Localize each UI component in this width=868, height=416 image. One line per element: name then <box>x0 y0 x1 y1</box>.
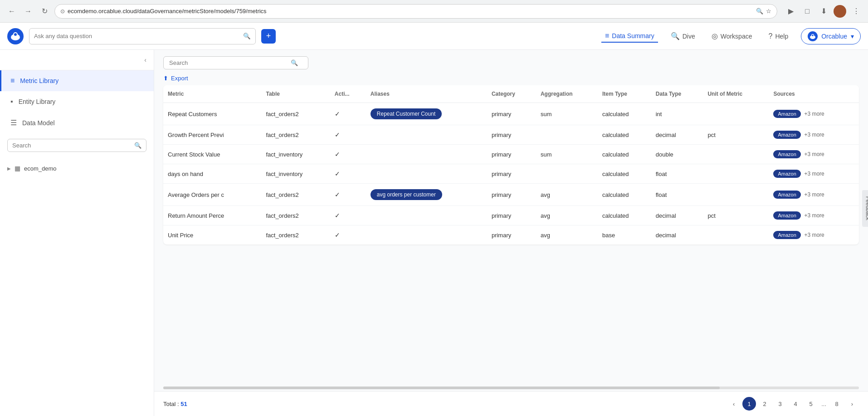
pagination-prev[interactable]: ‹ <box>727 397 741 411</box>
cell-active: ✓ <box>330 103 366 125</box>
nav-workspace[interactable]: ◎ Workspace <box>708 30 756 42</box>
source-badge[interactable]: Amazon <box>773 131 800 139</box>
pagination-page-2[interactable]: 2 <box>758 397 771 411</box>
feedback-tab[interactable]: Feedback <box>862 190 868 226</box>
cell-alias[interactable]: Repeat Customer Count <box>366 103 487 125</box>
total-label: Total : 51 <box>163 401 187 407</box>
active-check: ✓ <box>335 170 340 177</box>
sidebar-item-entity-library[interactable]: ▪ Entity Library <box>0 91 154 112</box>
cell-alias[interactable] <box>366 206 487 225</box>
pagination-page-4[interactable]: 4 <box>789 397 802 411</box>
alias-badge[interactable]: avg orders per customer <box>371 189 442 200</box>
source-badge[interactable]: Amazon <box>773 211 800 220</box>
alias-badge[interactable]: Repeat Customer Count <box>371 108 442 119</box>
more-sources[interactable]: +3 more <box>804 212 824 219</box>
export-button[interactable]: ⬆ Export <box>163 75 188 82</box>
workspace-icon: ◎ <box>712 32 718 40</box>
cell-item-type: base <box>598 225 651 245</box>
cell-metric: Repeat Customers <box>163 103 261 125</box>
content-search-input[interactable] <box>169 59 287 66</box>
pagination-page-8[interactable]: 8 <box>830 397 844 411</box>
nav-data-summary[interactable]: ≡ Data Summary <box>601 30 658 43</box>
table-row: Unit Price fact_orders2 ✓ primary avg ba… <box>163 225 859 245</box>
reload-button[interactable]: ↻ <box>38 5 51 18</box>
cell-source: Amazon +3 more <box>769 145 859 164</box>
active-check: ✓ <box>335 110 340 117</box>
cell-category: primary <box>487 125 536 145</box>
add-button[interactable]: + <box>261 29 276 44</box>
cell-alias[interactable] <box>366 164 487 184</box>
cell-table: fact_orders2 <box>261 103 330 125</box>
extension2-btn[interactable]: □ <box>801 5 814 18</box>
cell-item-type: calculated <box>598 164 651 184</box>
svg-point-3 <box>14 33 17 36</box>
total-count: 51 <box>180 401 187 407</box>
source-badge[interactable]: Amazon <box>773 191 800 199</box>
sidebar-item-data-model-label: Data Model <box>22 119 55 127</box>
forward-button[interactable]: → <box>22 5 34 18</box>
collapse-sidebar-button[interactable]: ‹ <box>142 54 148 65</box>
more-sources[interactable]: +3 more <box>804 151 824 157</box>
active-check: ✓ <box>335 131 340 138</box>
more-sources[interactable]: +3 more <box>804 132 824 138</box>
tree-item-label: ecom_demo <box>24 165 57 172</box>
metric-library-icon: ≡ <box>10 77 15 85</box>
sidebar-search-input[interactable] <box>12 142 132 149</box>
orcablue-logo[interactable] <box>7 28 24 44</box>
source-badge[interactable]: Amazon <box>773 170 800 178</box>
profile-avatar[interactable] <box>834 5 846 18</box>
extension-btn[interactable]: ▶ <box>785 5 797 18</box>
cell-metric: days on hand <box>163 164 261 184</box>
nav-dive[interactable]: 🔍 Dive <box>667 30 699 42</box>
cell-alias[interactable] <box>366 225 487 245</box>
source-badge[interactable]: Amazon <box>773 231 800 239</box>
header-search-bar[interactable]: 🔍 <box>29 28 256 44</box>
sidebar-search-bar[interactable]: 🔍 <box>7 139 146 152</box>
tree-item-ecom-demo[interactable]: ▶ ▦ ecom_demo <box>0 161 154 176</box>
sidebar-tree: ▶ ▦ ecom_demo <box>0 157 154 179</box>
table-row: days on hand fact_inventory ✓ primary ca… <box>163 164 859 184</box>
sidebar-item-metric-library[interactable]: ≡ Metric Library <box>0 70 154 91</box>
sidebar-item-data-model[interactable]: ☰ Data Model <box>0 112 154 133</box>
cell-data-type: decimal <box>651 225 703 245</box>
more-sources[interactable]: +3 more <box>804 191 824 198</box>
more-sources[interactable]: +3 more <box>804 171 824 177</box>
menu-btn[interactable]: ⋮ <box>850 5 863 18</box>
cell-table: fact_orders2 <box>261 125 330 145</box>
horizontal-scrollbar[interactable] <box>154 385 868 391</box>
nav-help[interactable]: ? Help <box>765 30 792 42</box>
cell-data-type: float <box>651 184 703 206</box>
address-bar[interactable]: ⊙ ecomdemo.orcablue.cloud/dataGovernance… <box>54 4 777 19</box>
more-sources[interactable]: +3 more <box>804 111 824 117</box>
source-badge[interactable]: Amazon <box>773 110 800 118</box>
header-search-icon[interactable]: 🔍 <box>243 33 251 39</box>
orcablue-button[interactable]: Orcablue ▾ <box>801 28 861 44</box>
search-icon: 🔍 <box>756 8 763 15</box>
export-icon: ⬆ <box>163 75 168 82</box>
sidebar: ‹ ≡ Metric Library ▪ Entity Library ☰ Da… <box>0 50 154 416</box>
header-nav: ≡ Data Summary 🔍 Dive ◎ Workspace ? Help… <box>281 28 861 44</box>
source-badge[interactable]: Amazon <box>773 150 800 158</box>
back-button[interactable]: ← <box>5 5 18 18</box>
cell-data-type: float <box>651 164 703 184</box>
nav-workspace-label: Workspace <box>721 33 752 40</box>
more-sources[interactable]: +3 more <box>804 232 824 238</box>
content-area: 🔍 ⬆ Export Metric Table Acti... Aliases … <box>154 50 868 416</box>
pagination-page-3[interactable]: 3 <box>773 397 787 411</box>
download-btn[interactable]: ⬇ <box>817 5 830 18</box>
cell-alias[interactable] <box>366 125 487 145</box>
active-check: ✓ <box>335 212 340 219</box>
cell-aggregation: sum <box>536 103 598 125</box>
pagination-page-5[interactable]: 5 <box>804 397 818 411</box>
cell-alias[interactable] <box>366 145 487 164</box>
nav-dive-label: Dive <box>683 33 695 40</box>
cell-category: primary <box>487 145 536 164</box>
table-row: Average Orders per c fact_orders2 ✓ avg … <box>163 184 859 206</box>
header-search-input[interactable] <box>34 33 239 39</box>
content-search-bar[interactable]: 🔍 <box>163 56 308 69</box>
pagination-next[interactable]: › <box>845 397 859 411</box>
footer-bar: Total : 51 ‹ 1 2 3 4 5 ... 8 › <box>154 391 868 416</box>
cell-category: primary <box>487 225 536 245</box>
cell-alias[interactable]: avg orders per customer <box>366 184 487 206</box>
pagination-page-1[interactable]: 1 <box>742 397 756 411</box>
